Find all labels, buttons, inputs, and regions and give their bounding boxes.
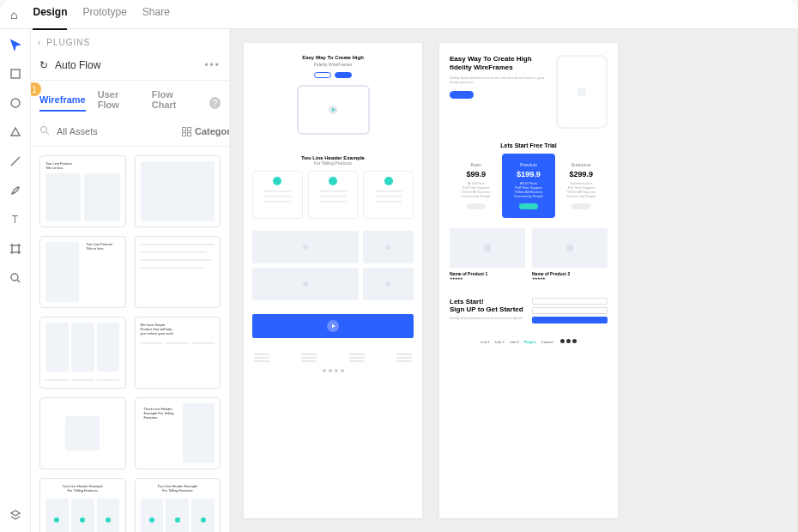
image-placeholder bbox=[363, 268, 414, 300]
line-tool-icon[interactable] bbox=[9, 154, 22, 168]
footer-link[interactable]: Link 1 bbox=[481, 340, 490, 344]
top-bar: ⌂ Design Prototype Share bbox=[0, 0, 798, 29]
wireframe-thumb[interactable] bbox=[39, 317, 126, 389]
image-placeholder bbox=[252, 231, 359, 263]
plugin-name-label: Auto Flow bbox=[55, 59, 100, 71]
ellipse-tool-icon[interactable] bbox=[9, 96, 22, 110]
footer-brand: Plugins bbox=[523, 340, 535, 344]
plan-basic[interactable]: Basic$99.9All UI PartsFull Time SupportO… bbox=[450, 157, 502, 216]
pricing-title: Lets Start Free Trial bbox=[439, 137, 618, 154]
grid-icon bbox=[182, 127, 191, 136]
home-icon[interactable]: ⌂ bbox=[10, 8, 17, 21]
image-placeholder bbox=[363, 231, 414, 263]
help-icon[interactable]: ? bbox=[209, 97, 221, 109]
zoom-tool-icon[interactable] bbox=[9, 271, 22, 285]
product-card[interactable]: Name of Product 2★★★★★ bbox=[532, 228, 608, 281]
play-icon bbox=[327, 320, 339, 332]
svg-point-1 bbox=[11, 99, 20, 107]
plan-enterprise[interactable]: Enterprise$299.9Unlimited partsFull Time… bbox=[555, 157, 608, 216]
back-chevron-icon[interactable]: ‹ bbox=[38, 38, 41, 47]
polygon-tool-icon[interactable] bbox=[9, 125, 22, 139]
wireframe-thumb[interactable]: We have SimpleProduct that will helpyou … bbox=[135, 317, 221, 389]
plugin-name-row[interactable]: ↻ Auto Flow bbox=[39, 59, 100, 71]
video-placeholder[interactable] bbox=[297, 85, 370, 135]
hero-title: Easy Way To Create High fidelity WireFra… bbox=[450, 55, 547, 72]
pill-button[interactable] bbox=[335, 72, 352, 78]
page-dots bbox=[244, 369, 422, 379]
pen-tool-icon[interactable] bbox=[9, 184, 22, 197]
plugin-panel: ‹ PLUGINS ↻ Auto Flow ••• 1 Wireframe Us… bbox=[31, 29, 230, 532]
tool-column: T bbox=[0, 29, 31, 532]
categories-label: Categories bbox=[195, 126, 230, 136]
wireframe-thumb[interactable]: Two Line FeatureTitle or less bbox=[39, 236, 126, 308]
artboard-2[interactable]: Easy Way To Create High fidelity WireFra… bbox=[439, 43, 618, 518]
cta-button[interactable] bbox=[450, 91, 474, 99]
tab-share[interactable]: Share bbox=[142, 6, 170, 23]
signup-subtitle: Sign UP to Get Started bbox=[450, 305, 525, 313]
select-tool-icon[interactable] bbox=[9, 38, 22, 51]
footer: Link 1 Link 2 Link 3 Plugins Contact bbox=[439, 334, 618, 353]
section-subtitle: For Telling Products bbox=[244, 160, 422, 166]
asset-search-input[interactable] bbox=[57, 126, 175, 136]
cta-banner[interactable] bbox=[252, 314, 414, 338]
wireframe-thumb[interactable] bbox=[135, 236, 221, 308]
panel-tab-userflow[interactable]: User Flow bbox=[98, 89, 140, 117]
social-icons[interactable] bbox=[559, 339, 577, 344]
hero-body: Swiftly build wireframes to share, test … bbox=[450, 76, 547, 84]
feature-card[interactable] bbox=[363, 171, 414, 219]
device-placeholder bbox=[556, 55, 608, 129]
artboard-tool-icon[interactable] bbox=[9, 242, 22, 256]
signup-desc: Swiftly build wireframes to share test a… bbox=[450, 316, 525, 320]
wireframe-thumb[interactable]: Two Line Header ExampleFor Telling Featu… bbox=[135, 478, 221, 532]
svg-point-4 bbox=[41, 127, 47, 133]
panel-tab-flowchart[interactable]: Flow Chart bbox=[152, 89, 197, 117]
feature-card[interactable] bbox=[252, 171, 303, 219]
footer-link[interactable]: Link 3 bbox=[510, 340, 519, 344]
more-dots-icon[interactable]: ••• bbox=[204, 59, 221, 71]
wireframe-thumb[interactable]: Three Line HeaderExample For TellingFeat… bbox=[135, 397, 221, 469]
panel-header[interactable]: ‹ PLUGINS bbox=[31, 29, 229, 56]
signup-input[interactable] bbox=[532, 298, 608, 305]
signup-input[interactable] bbox=[532, 307, 608, 314]
signup-submit-button[interactable] bbox=[532, 317, 608, 323]
panel-header-label: PLUGINS bbox=[46, 38, 90, 47]
feature-card[interactable] bbox=[308, 171, 359, 219]
hero-subtitle: Fidelity WireFrames bbox=[261, 62, 405, 67]
tab-prototype[interactable]: Prototype bbox=[82, 6, 126, 23]
rectangle-tool-icon[interactable] bbox=[9, 67, 22, 81]
svg-rect-0 bbox=[11, 70, 20, 78]
wireframe-thumb[interactable] bbox=[135, 155, 221, 227]
search-icon bbox=[39, 124, 50, 139]
footer-columns bbox=[244, 347, 422, 369]
hero-title: Easy Way To Create High bbox=[261, 55, 405, 60]
wireframe-thumb[interactable] bbox=[39, 397, 126, 469]
image-placeholder bbox=[252, 268, 359, 300]
play-icon bbox=[329, 106, 337, 114]
svg-rect-2 bbox=[12, 245, 19, 252]
pill-button[interactable] bbox=[314, 72, 331, 78]
thumbnail-grid: Two Line FeatureTitle or less Two Line F… bbox=[31, 147, 229, 532]
tab-design[interactable]: Design bbox=[33, 6, 67, 23]
footer-link[interactable]: Link 2 bbox=[495, 340, 505, 344]
wireframe-thumb[interactable]: Two Line Header ExampleFor Telling Featu… bbox=[39, 478, 126, 532]
autoflow-icon: ↻ bbox=[39, 59, 48, 71]
product-card[interactable]: Name of Product 1★★★★★ bbox=[450, 228, 525, 281]
wireframe-thumb[interactable]: Two Line FeatureTitle or less bbox=[39, 155, 126, 227]
artboard-1[interactable]: Easy Way To Create High Fidelity WireFra… bbox=[244, 43, 422, 518]
canvas[interactable]: Easy Way To Create High Fidelity WireFra… bbox=[230, 29, 798, 532]
panel-tab-wireframe[interactable]: Wireframe bbox=[39, 94, 86, 112]
layers-icon[interactable] bbox=[9, 508, 22, 522]
text-tool-icon[interactable]: T bbox=[9, 213, 22, 227]
footer-link[interactable]: Contact bbox=[541, 340, 553, 344]
plan-premium[interactable]: Premium$199.9All UI PartsFull Time Suppo… bbox=[502, 154, 554, 218]
categories-button[interactable]: Categories bbox=[182, 126, 230, 136]
svg-point-3 bbox=[11, 274, 18, 281]
signup-title: Lets Start! bbox=[450, 298, 525, 305]
